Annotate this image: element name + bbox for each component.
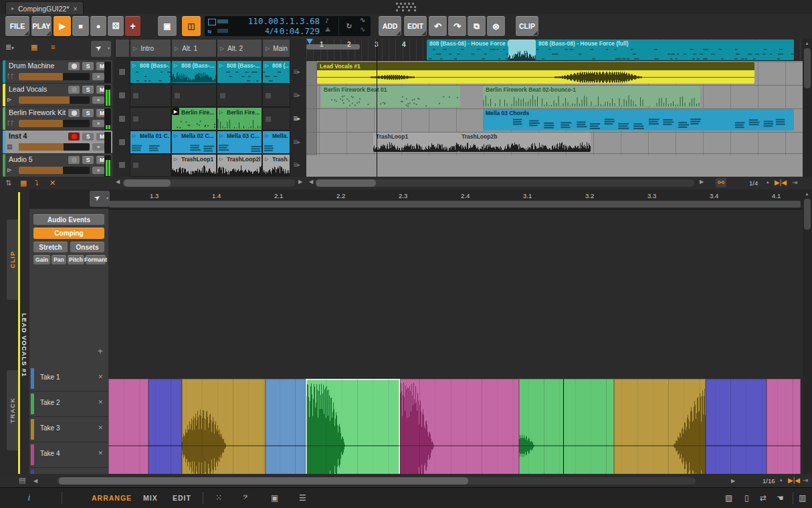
track-menu-button[interactable]: ≡ [92, 120, 104, 127]
snap-to-grid-icon[interactable]: ▶|◀ [788, 477, 800, 484]
launcher-clip[interactable]: ▷TrashLoop1 [171, 154, 217, 177]
solo-button[interactable]: S [82, 109, 94, 117]
display-profile-icon[interactable]: ◫ [182, 16, 201, 36]
volume-slider[interactable] [19, 167, 90, 174]
tab-close-icon[interactable]: × [73, 5, 77, 13]
launcher-empty-cell[interactable] [130, 154, 171, 177]
take-delete-icon[interactable]: ✕ [98, 373, 103, 380]
clip-play-icon[interactable]: ▷ [219, 63, 223, 68]
delete-icon[interactable]: ⊗ [487, 16, 505, 36]
clip-play-icon[interactable]: ▷ [265, 133, 268, 139]
track-row[interactable]: Berlin Firework KitSMᛚᛚ≡ [3, 107, 112, 130]
launcher-focus-icon[interactable]: ⇆ [207, 27, 211, 35]
launcher-empty-cell[interactable] [262, 107, 290, 131]
columns-icon[interactable]: ☰ [299, 493, 306, 503]
track-row[interactable]: Lead VocalsSM⊳≡ [3, 84, 112, 106]
track-menu-button[interactable]: ≡ [92, 96, 104, 104]
scene-launch-icon[interactable]: ≣▸ [293, 161, 300, 168]
record-arm-button[interactable] [68, 133, 80, 141]
arranger-clip[interactable]: Berlin Firework Beat 01 [321, 86, 460, 107]
stop-button[interactable]: ■ [72, 16, 89, 36]
onsets-button[interactable]: Onsets [70, 242, 104, 252]
tab-clip[interactable]: CLIP [7, 220, 18, 300]
track-row[interactable]: Inst 4SM▥≡ [3, 131, 112, 153]
clip-play-icon[interactable]: ▷ [132, 63, 136, 68]
info-icon[interactable]: i [28, 493, 30, 503]
take-delete-icon[interactable]: ✕ [98, 424, 103, 431]
launcher-scroll-left-icon[interactable]: ◀ [116, 179, 120, 185]
automation-curve-icon[interactable]: ∿ [360, 16, 365, 23]
editor-scroll-right-icon[interactable]: ▶ [731, 478, 735, 484]
position-value[interactable]: 3.1.3.68 [280, 16, 320, 26]
dual-display-icon[interactable]: ▣ [271, 493, 278, 503]
adaptive-grid-icon[interactable]: ⇥ [803, 477, 808, 484]
scene-launch-icon[interactable]: ≣▸ [293, 68, 300, 75]
mix-view-tab[interactable]: MIX [143, 494, 158, 502]
comping-button[interactable]: Comping [33, 228, 104, 239]
copy-icon[interactable]: ⧉ [468, 16, 486, 36]
track-menu-button[interactable]: ≡ [92, 143, 104, 151]
adaptive-grid-icon[interactable]: ⇥ [792, 179, 797, 186]
pitch-button[interactable]: Pitch [68, 255, 84, 264]
launcher-clip[interactable]: ▷Mella 02 C... [171, 131, 217, 154]
volume-slider[interactable] [19, 143, 90, 151]
track-menu-button[interactable]: ≡ [92, 73, 104, 80]
follow-playback-icon[interactable]: ⤵ [35, 179, 39, 187]
launcher-empty-cell[interactable] [130, 84, 171, 107]
volume-slider[interactable] [19, 96, 90, 104]
scroll-up-icon[interactable]: ▲ [805, 191, 809, 196]
clip-play-icon[interactable]: ▷ [174, 133, 177, 139]
scene-launch-icon[interactable]: ≣▸ [293, 139, 300, 145]
clip-play-icon[interactable]: ▷ [265, 157, 268, 162]
record-arm-button[interactable] [68, 86, 80, 94]
file-button[interactable]: FILE [5, 16, 29, 36]
track-row[interactable]: Audio 5SM⊳≡ [3, 154, 112, 177]
touch-display-icon[interactable]: ▣ [158, 16, 177, 36]
browser-panel-icon[interactable]: ▨ [725, 493, 732, 503]
document-tab[interactable]: ▸ CompingGUI22* × [5, 1, 84, 15]
clip-play-icon[interactable]: ▷ [219, 157, 223, 162]
launcher-clip[interactable]: ▷Mella 01 C... [130, 131, 171, 154]
track-stop-button[interactable] [119, 69, 125, 75]
launcher-scroll-right-icon[interactable]: ▶ [298, 179, 302, 185]
track-menu-button[interactable]: ≡ [92, 167, 104, 174]
solo-button[interactable]: S [82, 133, 94, 141]
launcher-clip[interactable]: ▶Berlin Fire... [171, 107, 217, 131]
clip-play-icon[interactable]: ▷ [132, 133, 136, 139]
arranger-clip[interactable]: 808 (Bass-08) - House Force ( [427, 39, 508, 60]
launcher-clip[interactable]: ▷808 (Bass-... [171, 60, 217, 84]
dice-icon[interactable]: ⚄ [108, 16, 124, 36]
scene-play-icon[interactable]: ▷ [220, 46, 224, 52]
launcher-clip[interactable]: ▷808 (... [262, 60, 290, 84]
take-label-row[interactable]: Take 1✕ [29, 366, 108, 392]
clip-playing-icon[interactable]: ▶ [172, 108, 179, 115]
track-stop-button[interactable] [119, 116, 125, 122]
clip-play-icon[interactable]: ▷ [265, 63, 268, 68]
tab-track[interactable]: TRACK [7, 370, 18, 450]
editor-ruler[interactable]: 1.31.42.12.22.32.43.13.23.33.44.1 [29, 189, 803, 209]
clip-play-icon[interactable]: ▷ [174, 157, 177, 162]
arranger-snap-value[interactable]: 1/4 [749, 179, 758, 187]
solo-button[interactable]: S [82, 156, 94, 164]
record-arm-button[interactable] [68, 62, 80, 70]
audio-events-button[interactable]: Audio Events [33, 214, 104, 225]
loop-icon[interactable]: ↻ [346, 20, 352, 30]
tempo-value[interactable]: 110.00 [248, 16, 278, 26]
scene-launch-icon[interactable]: ≣▸ [293, 115, 300, 122]
snap-caret-icon[interactable]: ▴ [767, 179, 769, 185]
track-row[interactable]: Drum MachineSMᛚᛚ≡ [3, 60, 112, 83]
track-list-menu-icon[interactable]: ≣▾ [5, 43, 14, 52]
arranger-focus-icon[interactable] [208, 19, 216, 25]
edit-button[interactable]: EDIT [404, 16, 427, 36]
launcher-empty-cell[interactable] [262, 84, 290, 107]
arranger-vscrollbar[interactable]: ▲ [803, 39, 812, 177]
launcher-empty-cell[interactable] [171, 84, 217, 107]
clip-group-icon[interactable]: ⚯ [716, 178, 726, 187]
clip-play-icon[interactable]: ▷ [219, 110, 223, 115]
launcher-clip[interactable]: ▷Trash... [262, 154, 290, 177]
editor-vscrollbar[interactable]: ▲ [803, 189, 812, 474]
arrange-view-tab[interactable]: ARRANGE [92, 494, 132, 502]
launcher-clip[interactable]: ▷TrashLoop2b [217, 154, 262, 177]
scene-launch-header[interactable]: ▷Main [262, 39, 290, 58]
piano-panel-icon[interactable]: ▥ [799, 493, 806, 503]
